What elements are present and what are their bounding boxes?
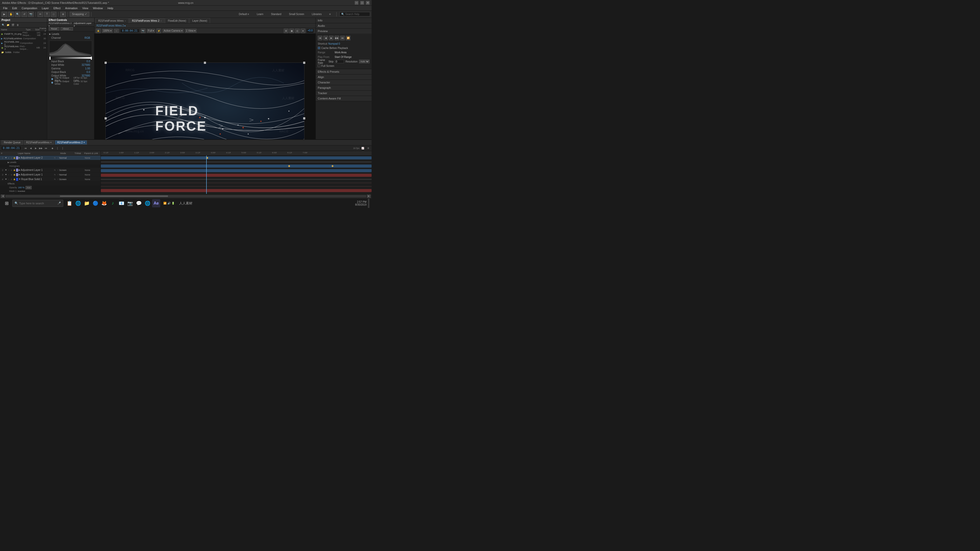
viewer-fast-preview-btn[interactable]: ⚡ <box>156 29 161 33</box>
timeline-tab-1[interactable]: R21FieldForceWires × <box>24 140 54 144</box>
preview-header[interactable]: Preview <box>316 29 372 34</box>
prev-back-btn[interactable]: ◀ <box>323 36 328 40</box>
taskbar-app-chrome[interactable]: 🌐 <box>74 199 82 207</box>
layer-expand-3[interactable]: ▶ <box>19 173 20 176</box>
close-button[interactable]: ✕ <box>366 1 369 5</box>
tool-text[interactable]: T <box>44 12 50 17</box>
tl-end-btn[interactable]: ⏭ <box>44 146 48 150</box>
layer-mode-1[interactable]: Normal <box>59 157 75 159</box>
tool-shape[interactable]: □ <box>51 12 56 17</box>
render-queue-tab[interactable]: Render Queue <box>2 140 23 144</box>
handle-ml[interactable] <box>105 118 107 119</box>
layer-solo-4[interactable]: ◎ <box>10 178 13 181</box>
tool-zoom[interactable]: 🔍 <box>15 12 21 17</box>
layer-expand-2[interactable]: ▶ <box>19 169 20 171</box>
menu-animation[interactable]: Animation <box>63 6 80 10</box>
input-white-val[interactable]: 327680 <box>82 64 90 66</box>
layer-solo-3[interactable]: ◎ <box>10 173 13 176</box>
maximize-button[interactable]: □ <box>360 1 364 5</box>
tl-scroll-track[interactable] <box>6 195 366 197</box>
timeline-tab-2[interactable]: R21FieldForceWires 2 × <box>55 140 87 144</box>
comp-tab-fieldwires[interactable]: R21FieldForces Wires × <box>95 18 129 23</box>
prev-play-btn[interactable]: ▶ <box>329 36 334 40</box>
viewer-timecode[interactable]: 0:00:04:21 <box>120 29 139 33</box>
taskbar-app-photos[interactable]: 📷 <box>126 199 134 207</box>
search-help-label[interactable]: Search Help <box>345 13 360 16</box>
layer-row-1[interactable]: 1 👁 ♪ ◎ 🔒 ▶ Adjustment Layer 2 fx / Norm… <box>0 156 100 160</box>
project-delete-btn[interactable]: 🗑 <box>16 23 20 27</box>
layer-solo-1[interactable]: ◎ <box>10 157 13 159</box>
viewer-camera-dropdown[interactable]: Active Camera ▾ <box>162 29 183 33</box>
layer-row-4[interactable]: 4 👁 ♪ ◎ 🔒 ▼ Royal Blue Solid 1 fx / Scre… <box>0 177 100 182</box>
menu-layer[interactable]: Layer <box>40 6 51 10</box>
tl-next-btn[interactable]: ▶▶ <box>38 146 43 150</box>
timeline-playhead[interactable] <box>206 156 207 194</box>
taskbar-app-spotify[interactable]: ♪ <box>109 199 117 207</box>
taskbar-app-folder[interactable]: 📁 <box>83 199 91 207</box>
comp-tab-close-icon[interactable]: × <box>124 20 126 22</box>
layer-lock-2[interactable]: 🔒 <box>13 169 16 171</box>
project-item[interactable]: ▶ R21FieldLarWires Composition 30 <box>0 36 47 41</box>
project-new-comp-btn[interactable]: 🎬 <box>11 23 15 27</box>
viewer-render-btn[interactable]: ● <box>301 29 305 33</box>
menu-composition[interactable]: Composition <box>20 6 39 10</box>
viewer-grid-btn[interactable]: ⊞ <box>284 29 288 33</box>
tl-play-btn[interactable]: ▶ <box>33 146 38 150</box>
align-header[interactable]: Align <box>316 75 372 79</box>
layer-mode-4[interactable]: Screen <box>59 178 75 181</box>
project-tab[interactable]: Project <box>2 19 10 21</box>
start-button[interactable]: ⊞ <box>2 199 11 208</box>
layer-mo-btn-3[interactable]: / <box>57 173 59 176</box>
tool-rotate[interactable]: ↺ <box>21 12 27 17</box>
effect-controls-tab[interactable]: Effect Controls <box>49 19 67 21</box>
taskbar-app-browser2[interactable]: 🌐 <box>143 199 151 207</box>
project-new-folder-btn[interactable]: 📁 <box>6 23 10 27</box>
handle-tr[interactable] <box>303 62 305 64</box>
comp-tab-flowedit[interactable]: FlowEdit (None) <box>165 18 189 23</box>
play-from-val[interactable]: Start Of Range <box>334 56 352 59</box>
layer-opacity-val[interactable]: 160 % <box>18 186 25 189</box>
taskbar-app-ae[interactable]: Ae <box>152 199 160 207</box>
clip-black-checkbox[interactable] <box>51 78 53 80</box>
prev-first-btn[interactable]: ⏮ <box>318 36 322 40</box>
comp-tab-layer[interactable]: Layer (None) <box>189 18 210 23</box>
viewer-lock-btn[interactable]: 🔒 <box>96 29 100 33</box>
menu-effect[interactable]: Effect <box>51 6 62 10</box>
effects-presets-header[interactable]: Effects & Presets <box>316 69 372 74</box>
menu-edit[interactable]: Edit <box>10 6 19 10</box>
menu-view[interactable]: View <box>80 6 90 10</box>
ws-menu[interactable]: ≡ <box>326 12 334 16</box>
layer-fx-btn-4[interactable]: fx <box>54 178 56 181</box>
ws-libraries[interactable]: Libraries <box>309 12 325 16</box>
taskbar-show-desktop-btn[interactable] <box>368 199 369 208</box>
viewer-snapshot-btn[interactable]: 📷 <box>141 29 145 33</box>
layer-row-2[interactable]: 2 👁 ♪ ◎ 🔒 ▶ Adjustment Layer 1 fx / Scre… <box>0 168 100 172</box>
viewer-resolution-dropdown[interactable]: Full ▾ <box>147 29 155 33</box>
layer-eye-3[interactable]: 👁 <box>5 173 7 176</box>
tl-marker-btn[interactable]: ◆ <box>50 146 55 150</box>
prev-loop-btn[interactable]: 🔁 <box>346 36 350 40</box>
layer-expand-4[interactable]: ▼ <box>19 178 21 180</box>
paragraph-header[interactable]: Paragraph <box>316 85 372 90</box>
layer-opacity-add-btn[interactable]: Add <box>25 186 32 189</box>
taskbar-app-discord[interactable]: 💬 <box>135 199 143 207</box>
tl-outpoint-btn[interactable]: ] <box>60 146 65 150</box>
layer-audio-4[interactable]: ♪ <box>7 178 10 181</box>
taskbar-clock[interactable]: 2:57 PM 8/30/2019 <box>355 200 367 206</box>
ws-standard[interactable]: Standard <box>268 12 284 16</box>
layer-mode-3[interactable]: Normal <box>59 173 75 176</box>
viewer-comp-name[interactable]: R21FieldForces Wires 2 ▸ <box>97 24 126 27</box>
layer-lock-1[interactable]: 🔒 <box>13 157 16 159</box>
comp-tab-close-active-icon[interactable]: × <box>160 20 162 22</box>
timeline-timecode[interactable]: 0:00:04:21 <box>1 146 21 150</box>
viewer-zoom-dropdown[interactable]: 100% ▾ <box>102 29 113 33</box>
input-black-val[interactable]: 0.0 <box>86 60 90 63</box>
prev-forward-btn[interactable]: ▶▶ <box>334 36 339 40</box>
tool-pen[interactable]: ✏ <box>38 12 43 17</box>
ws-default[interactable]: Default ≡ <box>236 12 252 16</box>
tl-prev-btn[interactable]: ◀ <box>28 146 33 150</box>
tl-settings-btn[interactable]: ⚙ <box>366 146 371 150</box>
layer-eye-1[interactable]: 👁 <box>5 157 7 159</box>
effect-reset-btn[interactable]: Reset <box>49 27 59 30</box>
taskbar-app-explorer[interactable]: 📋 <box>65 199 73 207</box>
